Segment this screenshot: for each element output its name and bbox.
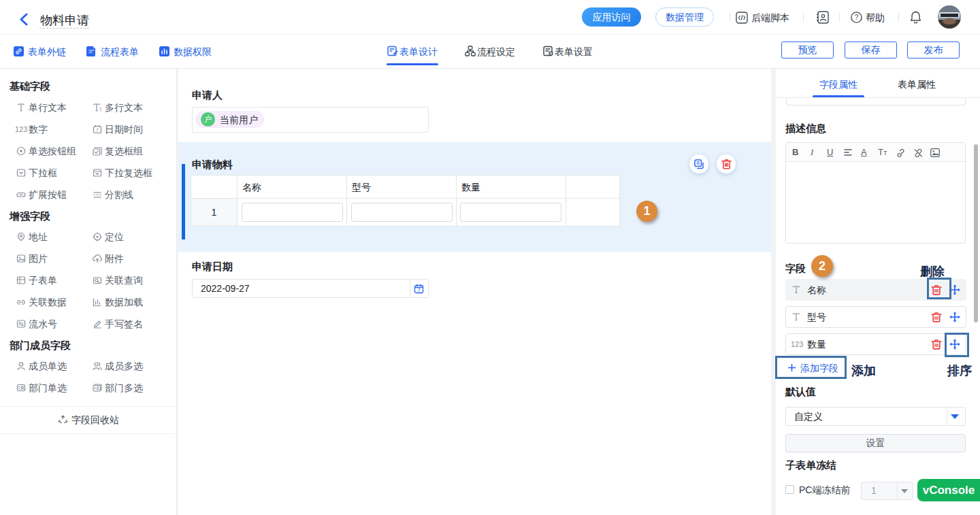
svg-text:7: 7 bbox=[96, 128, 99, 133]
svg-text:7: 7 bbox=[417, 287, 420, 293]
svg-text:?: ? bbox=[855, 14, 859, 21]
